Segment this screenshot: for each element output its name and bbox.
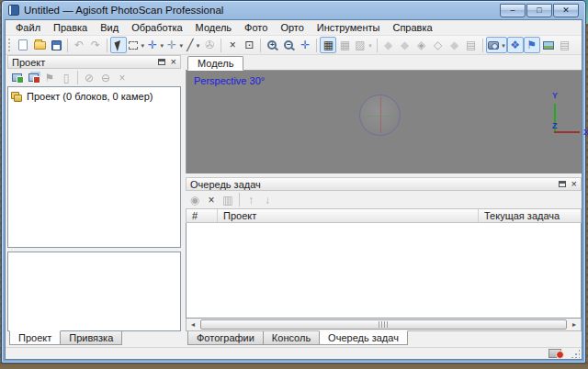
grid-view-icon: ▦ [323, 39, 334, 50]
arrow-down-icon: ↓ [265, 195, 270, 206]
menu-ortho: Орто [274, 21, 310, 34]
trackball-sphere [359, 95, 401, 136]
resize-grip[interactable] [571, 349, 580, 358]
rotate-arrows-icon: ✛ [167, 39, 176, 50]
shaded-view-button: ◆ [397, 37, 413, 53]
column-current-task[interactable]: Текущая задача [479, 209, 581, 222]
main-toolbar-buttons: ↶↷✛✛╱✇×⊡+−✛▦▦▨◆◆◈◇◆▤❖⚑▤ [15, 37, 573, 53]
close-icon: ✕ [562, 6, 570, 15]
tab-reference[interactable]: Привязка [60, 331, 122, 345]
move-arrows-icon: ✛ [148, 39, 157, 50]
attach-button: ✇ [201, 37, 218, 53]
ortho-view-button[interactable] [540, 37, 557, 53]
workspace-panel-header: Проект × [7, 55, 181, 69]
toolbar-separator [482, 39, 483, 52]
ruler-button[interactable]: ╱ [185, 37, 201, 53]
open-button[interactable] [31, 37, 48, 53]
model-viewport[interactable]: Perspective 30° Y X Z [186, 71, 582, 173]
show-flags-button[interactable]: ⚑ [524, 37, 540, 53]
close-panel-icon[interactable]: × [571, 179, 577, 189]
show-photos-button[interactable] [486, 37, 507, 53]
connection-status-icon [548, 349, 561, 358]
navigation-button[interactable] [110, 37, 127, 53]
grid-view-button[interactable]: ▦ [320, 37, 336, 53]
task-queue-header: Очередь задач × [186, 177, 582, 191]
task-queue-panel: Очередь задач × ◉×▥↑↓ # Проект Текущая з… [186, 177, 582, 347]
float-panel-icon[interactable] [559, 181, 566, 187]
save-floppy-icon [51, 40, 62, 50]
minimize-button[interactable]: – [500, 4, 526, 17]
workspace-details-pane[interactable] [7, 252, 181, 331]
close-panel-icon[interactable]: × [171, 57, 176, 67]
workspace-tree[interactable]: Проект (0 блоков, 0 камер) [7, 86, 181, 248]
enable-circle-icon: ⊘ [85, 73, 94, 84]
tile-view-icon: ▨ [355, 39, 365, 50]
save-button[interactable] [48, 37, 64, 53]
axis-z-label: Z [552, 121, 558, 130]
maximize-icon: □ [537, 6, 541, 15]
toolbar-separator [377, 39, 378, 52]
window-controls: – □ ✕ [500, 4, 579, 17]
new-button[interactable] [15, 37, 31, 53]
delete-button[interactable]: × [224, 37, 241, 53]
solid-diamond-icon: ◈ [417, 39, 425, 50]
new-document-icon [18, 39, 28, 50]
menu-help: Справка [386, 21, 438, 34]
open-folder-icon [34, 41, 46, 50]
task-table-body[interactable] [186, 223, 582, 319]
redo-button: ↷ [87, 37, 104, 53]
add-marker-button: ⚑ [41, 70, 58, 86]
tab-console[interactable]: Консоль [263, 331, 320, 345]
delete-task-button[interactable]: × [203, 192, 220, 208]
move-object-button[interactable]: ✛ [146, 37, 165, 53]
titlebar[interactable]: Untitled — Agisoft PhotoScan Professiona… [5, 1, 582, 19]
menu-tools: Инструменты [311, 21, 387, 34]
toolbar-separator [77, 71, 78, 84]
tab-task-queue[interactable]: Очередь задач [319, 330, 408, 345]
toolbar-separator [316, 39, 317, 52]
add-scalebar-button: ▯ [58, 70, 74, 86]
workspace-toolbar: ⚑▯⊘⊖× [7, 69, 181, 86]
model-dock: Модель Perspective 30° Y X Z [186, 55, 582, 347]
add-chunk-icon [12, 73, 22, 82]
export-tasks-button: ▥ [220, 192, 236, 208]
maximize-button[interactable]: □ [526, 4, 552, 17]
menu-workflow: Обработка [125, 21, 188, 34]
toolbar-drag-handle[interactable] [8, 39, 12, 51]
tab-photos[interactable]: Фотографии [187, 331, 264, 345]
tab-workspace[interactable]: Проект [9, 330, 61, 345]
window-title: Untitled — Agisoft PhotoScan Professiona… [24, 5, 223, 16]
ruler-icon: ╱ [187, 39, 193, 50]
rotate-object-button[interactable]: ✛ [165, 37, 185, 53]
wireframe-view-button: ◇ [430, 37, 447, 53]
add-photos-icon [28, 73, 39, 82]
add-chunk-button[interactable] [8, 70, 25, 86]
add-photos-button[interactable] [25, 70, 41, 86]
disable-item-button: ⊖ [97, 70, 114, 86]
scroll-right-icon[interactable]: ▸ [568, 319, 581, 330]
tree-item-project-root[interactable]: Проект (0 блоков, 0 камер) [10, 89, 178, 104]
cursor-arrow-icon [114, 40, 123, 51]
run-record-icon: ◉ [190, 195, 199, 206]
scroll-left-icon[interactable]: ◂ [187, 319, 199, 330]
zoom-out-button[interactable]: − [280, 37, 297, 53]
marker-tag-icon: ❖ [510, 39, 520, 50]
column-project[interactable]: Проект [218, 209, 479, 222]
menu-edit: Правка [47, 21, 94, 34]
show-markers-button[interactable]: ❖ [507, 37, 524, 53]
close-button[interactable]: ✕ [553, 4, 579, 17]
float-panel-icon[interactable] [158, 59, 165, 65]
tab-model[interactable]: Модель [187, 56, 243, 71]
crop-button[interactable]: ⊡ [241, 37, 257, 53]
column-number[interactable]: # [187, 209, 218, 222]
horizontal-scrollbar[interactable]: ◂ ▸ [186, 319, 582, 331]
solid-view-button: ◈ [413, 37, 430, 53]
remove-item-button: × [114, 70, 130, 86]
zoom-in-button[interactable]: + [264, 37, 280, 53]
rectangle-selection-button[interactable] [127, 37, 146, 53]
scrollbar-thumb[interactable] [200, 319, 567, 330]
zoom-fit-button[interactable]: ✛ [297, 37, 313, 53]
remove-x-icon: × [119, 73, 125, 84]
task-table-header: # Проект Текущая задача [186, 208, 582, 223]
status-bar [6, 347, 582, 359]
